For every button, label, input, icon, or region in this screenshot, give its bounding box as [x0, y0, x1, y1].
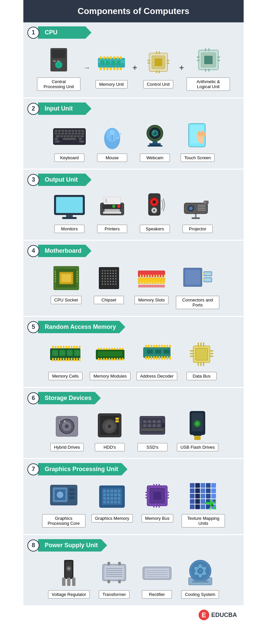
svg-rect-416 — [106, 572, 122, 573]
svg-rect-287 — [190, 353, 194, 354]
svg-point-83 — [110, 130, 114, 135]
svg-rect-15 — [100, 67, 102, 70]
svg-point-167 — [115, 278, 116, 279]
svg-rect-355 — [107, 501, 109, 503]
svg-rect-218 — [68, 358, 70, 361]
item-label: Graphics Processing Core — [42, 514, 85, 527]
svg-rect-278 — [164, 345, 166, 348]
svg-rect-241 — [103, 358, 105, 361]
cpu-plus: + — [179, 63, 184, 72]
svg-rect-272 — [148, 345, 150, 348]
svg-rect-9 — [103, 56, 105, 59]
items-row-3: Monitors Printers Speakers — [23, 192, 244, 233]
svg-rect-233 — [68, 346, 70, 349]
item-card: HDD's — [91, 410, 128, 451]
svg-point-174 — [102, 283, 103, 285]
svg-rect-329 — [193, 434, 202, 436]
svg-rect-419 — [107, 562, 110, 565]
svg-rect-348 — [118, 493, 120, 496]
icon-memory-modules — [92, 339, 128, 369]
item-label: USB Flash Drives — [177, 443, 219, 451]
svg-rect-60 — [61, 133, 64, 135]
section-label-2: Input Unit — [38, 102, 91, 115]
icon-gpu-core — [45, 481, 82, 511]
section-4: 4Motherboard CPU Socket Chipset — [23, 241, 244, 317]
svg-point-149 — [115, 270, 116, 271]
svg-rect-139 — [76, 274, 78, 275]
svg-rect-136 — [55, 278, 56, 279]
icon-monitor — [51, 192, 88, 222]
svg-rect-334 — [69, 488, 75, 491]
svg-point-163 — [104, 278, 106, 279]
icon-rectifier — [139, 558, 175, 588]
svg-point-179 — [115, 283, 116, 285]
svg-point-172 — [112, 281, 114, 282]
svg-rect-361 — [146, 492, 148, 493]
item-card: Texture Mapping Units — [182, 481, 225, 527]
section-header-6: 6Storage Devices — [23, 388, 244, 404]
svg-rect-367 — [153, 484, 155, 487]
item-card: Cooling System — [181, 558, 219, 599]
svg-rect-190 — [159, 275, 160, 277]
item-card: Connectors and Ports — [176, 263, 219, 309]
svg-point-85 — [119, 135, 120, 137]
item-label: Memory Bus — [142, 514, 173, 522]
svg-point-148 — [112, 270, 114, 271]
svg-rect-265 — [156, 356, 158, 360]
svg-rect-381 — [201, 488, 205, 493]
svg-rect-13 — [116, 56, 118, 59]
svg-rect-61 — [65, 133, 67, 135]
svg-rect-341 — [110, 490, 113, 492]
svg-rect-351 — [110, 497, 113, 500]
icon-memory-slots — [133, 263, 170, 293]
svg-point-159 — [110, 275, 111, 277]
svg-rect-248 — [122, 358, 123, 361]
svg-rect-353 — [118, 497, 120, 500]
item-card: Hybrid Drives — [49, 410, 85, 451]
svg-rect-11 — [110, 56, 112, 59]
svg-rect-133 — [55, 271, 56, 272]
svg-rect-291 — [209, 356, 213, 357]
svg-rect-209 — [202, 273, 205, 274]
svg-point-402 — [214, 507, 216, 509]
svg-rect-25 — [116, 60, 120, 65]
svg-rect-50 — [58, 130, 61, 132]
svg-point-111 — [112, 205, 115, 208]
svg-rect-250 — [100, 348, 102, 350]
icon-memory-unit — [93, 47, 130, 77]
svg-rect-296 — [200, 362, 202, 366]
svg-rect-384 — [190, 494, 195, 498]
svg-rect-374 — [190, 483, 195, 488]
svg-rect-46 — [208, 69, 210, 71]
svg-rect-239 — [98, 358, 99, 361]
svg-rect-76 — [55, 138, 58, 140]
item-label: Connectors and Ports — [176, 296, 219, 309]
svg-rect-228 — [55, 346, 56, 349]
svg-rect-1 — [52, 50, 65, 58]
section-5: 5Random Access Memory Memory Cells Memor… — [23, 317, 244, 388]
svg-rect-343 — [118, 490, 120, 492]
svg-rect-141 — [76, 278, 78, 279]
svg-rect-316 — [148, 420, 151, 423]
svg-rect-36 — [155, 58, 162, 66]
svg-rect-77 — [79, 138, 82, 140]
items-row-2: Keyboard Mouse Webcam Touch Screen — [23, 121, 244, 162]
section-number-6: 6 — [27, 392, 39, 404]
icon-mouse — [94, 121, 130, 151]
svg-rect-74 — [80, 135, 84, 137]
svg-rect-66 — [81, 133, 84, 135]
svg-rect-213 — [55, 358, 56, 361]
svg-rect-258 — [122, 348, 123, 350]
svg-rect-279 — [167, 345, 168, 348]
svg-rect-34 — [156, 70, 157, 73]
svg-rect-70 — [67, 135, 70, 137]
svg-rect-125 — [198, 208, 206, 209]
item-label: CPU Socket — [51, 296, 82, 304]
item-label: Memory Cells — [48, 372, 82, 380]
icon-memory-bus — [139, 481, 176, 511]
item-card: Memory Bus — [139, 481, 176, 527]
item-label: Memory Unit — [95, 80, 127, 88]
cpu-plus: + — [132, 63, 137, 72]
svg-rect-69 — [64, 135, 66, 137]
svg-point-301 — [65, 424, 69, 428]
